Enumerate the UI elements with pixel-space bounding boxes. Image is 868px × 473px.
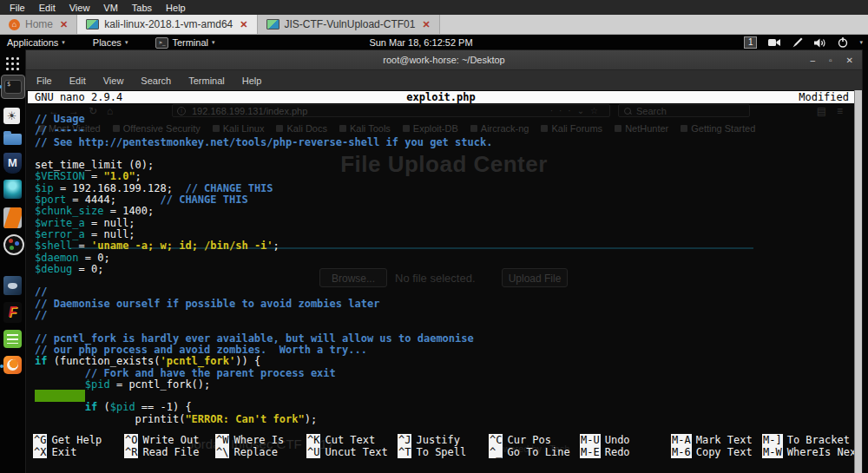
workspace-indicator[interactable]: 1 [744,36,758,49]
nano-shortcut: M-UUndo [580,434,671,446]
shortcut-row: ^GGet Help^OWrite Out^WWhere Is^KCut Tex… [33,434,853,446]
nano-shortcut: M-ERedo [580,446,671,458]
close-button[interactable]: ✕ [846,56,853,65]
panel-tray: 1 ▾ [744,35,863,50]
shortcut-key: ^K [306,434,320,446]
faraday-icon: F [3,302,22,323]
caret-down-icon[interactable]: ▾ [859,39,863,46]
nano-shortcut: ^OWrite Out [124,434,215,446]
nano-shortcut: ^CCur Pos [489,434,580,446]
terminal-titlebar[interactable]: root@work-horse: ~/Desktop –▫✕ [26,50,862,70]
shortcut-label: Replace [233,446,278,458]
nano-shortcut: M-]To Bracket [762,434,853,446]
panel-clock[interactable]: Sun Mar 18, 6:12:52 PM [369,35,472,50]
vmware-menu-file[interactable]: File [3,3,31,13]
shortcut-key: ^\ [215,446,229,458]
terminal-menu-edit[interactable]: Edit [69,76,86,86]
dock-item-metasploit[interactable]: M [3,153,23,174]
terminal-scrollbar[interactable] [854,90,862,473]
shortcut-key: ^X [33,446,47,458]
nano-shortcut: ^XExit [33,446,124,458]
vm-tab-label: Home [25,18,53,30]
ghost-search-bar: Search [618,104,750,117]
dock-item-terminal[interactable]: $ [1,75,25,99]
dock-item-app-grid[interactable] [3,56,23,70]
nano-code-area[interactable]: // Usage // ----- // See http://pentestm… [35,114,492,425]
ghost-url-icons: ···⌄☆ [550,105,604,117]
panel-menu-applications[interactable]: Applications▾ [7,37,65,48]
vmware-menu-view[interactable]: View [63,3,96,13]
terminal-menu-terminal[interactable]: Terminal [188,76,225,86]
terminal-menu-file[interactable]: File [36,76,52,86]
terminal-menu-help[interactable]: Help [242,76,262,86]
power-icon[interactable] [838,37,848,48]
vmware-menu-edit[interactable]: Edit [33,3,62,13]
window-buttons: –▫✕ [811,50,854,69]
nano-shortcut: ^RRead File [124,446,215,458]
dock-item-beef[interactable] [3,276,23,296]
shortcut-key: ^_ [489,446,503,458]
shortcut-row: ^XExit^RRead File^\Replace^UUncut Text^T… [33,446,853,458]
dock-item-firefox[interactable] [3,356,23,376]
window-title: root@work-horse: ~/Desktop [383,50,504,69]
shortcut-label: Write Out [142,434,199,446]
shortcut-key: M-U [580,434,601,446]
zap-icon [3,234,24,255]
nano-modified-status: Modified [799,91,849,103]
maximize-button[interactable]: ▫ [829,56,832,65]
shortcut-label: Go To Line [507,446,569,458]
tab-close-icon[interactable]: ✕ [60,19,68,30]
terminal-menu-view[interactable]: View [103,76,124,86]
vm-tab[interactable]: ⌂Home✕ [0,15,77,34]
dock-item-faraday[interactable]: F [3,302,23,324]
nano-shortcut: ^_Go To Line [489,446,580,458]
panel-menu-terminal[interactable]: >_Terminal▾ [155,37,214,49]
vm-tab[interactable]: JIS-CTF-VulnUpload-CTF01✕ [258,15,440,34]
tab-close-icon[interactable]: ✕ [240,19,247,30]
minimize-button[interactable]: – [811,56,816,65]
nano-editor[interactable]: ← → ↻ ⌂ i 192.168.199.131/index.php ···⌄… [26,90,862,473]
vm-icon [86,19,99,30]
vmware-menu-tabs[interactable]: Tabs [126,3,158,13]
screen-record-icon[interactable] [768,38,781,47]
shortcut-label: Undo [605,434,630,446]
dock-item-burpsuite[interactable] [3,207,23,229]
panel-menu-label: Places [93,37,122,48]
bookmark-label: Getting Started [691,123,755,134]
pen-icon[interactable] [792,37,803,48]
ghost-bookmark: Kali Forums [541,123,602,134]
dock-item-zap[interactable] [3,234,23,254]
desktop: $ ☀ M F root@work-horse: ~/Desktop –▫✕ F… [0,50,868,473]
vmware-menu-help[interactable]: Help [160,3,192,13]
terminal-menubar: FileEditViewSearchTerminalHelp [26,70,862,90]
shortcut-label: Justify [416,434,460,446]
shortcut-label: Cur Pos [507,434,551,446]
beef-icon [3,276,22,295]
dock-item-armitage[interactable] [3,180,23,200]
vm-tab[interactable]: kali-linux-2018.1-vm-amd64✕ [77,15,257,34]
nano-shortcut: ^JJustify [398,434,489,446]
vmware-menu-vm[interactable]: VM [97,3,124,13]
panel-menu-places[interactable]: Places▾ [93,37,128,48]
shortcut-key: ^T [398,446,411,458]
settings-icon: ☀ [3,108,20,124]
ghost-bookmark: NetHunter [615,123,668,134]
caret-down-icon: ▾ [62,39,65,46]
shortcut-key: ^W [215,434,229,446]
tab-close-icon[interactable]: ✕ [422,19,430,30]
shortcut-key: ^O [124,434,138,446]
bookmark-icon [615,125,621,132]
dock-item-notes[interactable] [3,330,23,350]
dock-item-files[interactable] [3,131,23,145]
shortcut-label: WhereIs Next [787,446,862,458]
dock-item-settings[interactable]: ☀ [3,108,23,125]
menu-icon: ≡ [837,105,843,117]
burpsuite-icon [3,207,22,228]
volume-icon[interactable] [814,38,826,48]
panel-menus: Applications▾Places▾>_Terminal▾ [7,35,214,50]
terminal-menu-search[interactable]: Search [141,76,171,86]
shortcut-key: M-A [671,434,692,446]
armitage-icon [3,180,22,199]
dock: $ ☀ M F [0,50,26,473]
nano-version: GNU nano 2.9.4 [35,91,122,103]
